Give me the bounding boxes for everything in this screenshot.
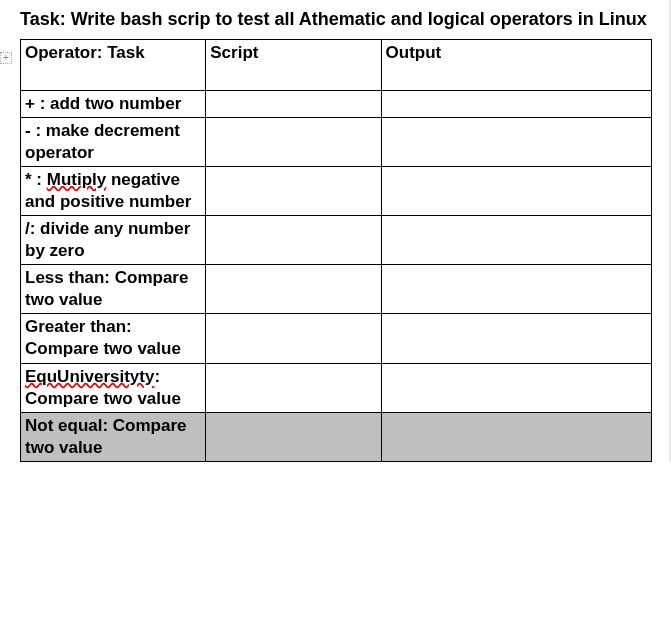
table-row: + : add two number	[21, 90, 652, 117]
cell-script	[206, 412, 381, 461]
cell-output	[381, 166, 651, 215]
cell-output	[381, 314, 651, 363]
cell-operator-task: Less than: Compare two value	[21, 265, 206, 314]
cell-operator-task: + : add two number	[21, 90, 206, 117]
cell-output	[381, 90, 651, 117]
header-script: Script	[206, 39, 381, 90]
cell-operator-task: /: divide any number by zero	[21, 215, 206, 264]
cell-script	[206, 117, 381, 166]
document-title: Task: Write bash scrip to test all Athem…	[20, 8, 657, 31]
table-row: EquUniversityty: Compare two value	[21, 363, 652, 412]
cell-operator-task: - : make decrement operator	[21, 117, 206, 166]
task-text: Not equal: Compare two value	[25, 416, 187, 457]
header-operator-task: Operator: Task	[21, 39, 206, 90]
cell-operator-task: EquUniversityty: Compare two value	[21, 363, 206, 412]
cell-script	[206, 90, 381, 117]
cell-script	[206, 363, 381, 412]
task-text: + : add two number	[25, 94, 181, 113]
cell-output	[381, 412, 651, 461]
table-row: Less than: Compare two value	[21, 265, 652, 314]
table-row: - : make decrement operator	[21, 117, 652, 166]
spelling-error: EquUniversityty	[25, 367, 154, 386]
cell-output	[381, 363, 651, 412]
cell-script	[206, 215, 381, 264]
cell-operator-task: * : Mutiply negative and positive number	[21, 166, 206, 215]
table-row: Not equal: Compare two value	[21, 412, 652, 461]
cell-output	[381, 215, 651, 264]
cell-output	[381, 265, 651, 314]
cell-operator-task: Not equal: Compare two value	[21, 412, 206, 461]
table-row: Greater than: Compare two value	[21, 314, 652, 363]
cell-script	[206, 265, 381, 314]
header-output: Output	[381, 39, 651, 90]
task-text: - : make decrement operator	[25, 121, 180, 162]
cell-script	[206, 314, 381, 363]
task-text: * :	[25, 170, 47, 189]
cell-operator-task: Greater than: Compare two value	[21, 314, 206, 363]
table-anchor-icon: +	[0, 52, 12, 64]
table-header-row: Operator: Task Script Output	[21, 39, 652, 90]
cell-script	[206, 166, 381, 215]
spelling-error: Mutiply	[47, 170, 107, 189]
task-text: /: divide any number by zero	[25, 219, 190, 260]
operators-table: Operator: Task Script Output + : add two…	[20, 39, 652, 462]
table-row: * : Mutiply negative and positive number	[21, 166, 652, 215]
task-text: Greater than: Compare two value	[25, 317, 181, 358]
table-row: /: divide any number by zero	[21, 215, 652, 264]
cell-output	[381, 117, 651, 166]
task-text: Less than: Compare two value	[25, 268, 188, 309]
